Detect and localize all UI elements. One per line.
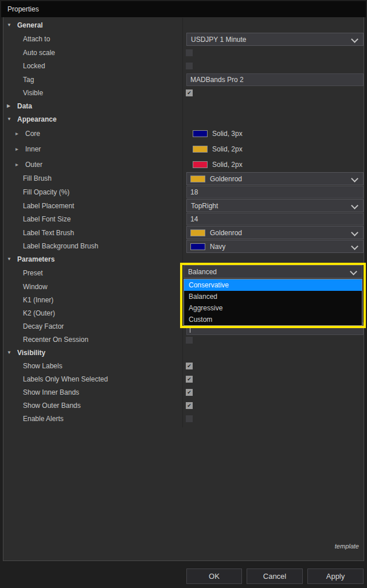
- outer-stroke-row[interactable]: Solid, 2px: [186, 160, 243, 169]
- section-label: Visibility: [17, 349, 45, 357]
- section-header-appearance[interactable]: ▼ Appearance: [3, 115, 181, 124]
- section-header-visibility[interactable]: ▼ Visibility: [3, 348, 181, 357]
- visible-checkbox[interactable]: ✔: [186, 89, 193, 96]
- label-placement-combobox[interactable]: TopRight: [186, 199, 364, 212]
- chevron-down-icon: [351, 175, 358, 182]
- property-label-k1-inner: K1 (Inner): [3, 295, 181, 305]
- collapse-arrow-icon[interactable]: ▼: [7, 348, 11, 357]
- property-label-enable-alerts: Enable Alerts: [3, 414, 181, 423]
- collapse-arrow-icon[interactable]: ▼: [7, 21, 11, 30]
- checkmark-icon: ✔: [186, 389, 193, 396]
- label-font-size-input[interactable]: [186, 213, 364, 225]
- section-header-parameters[interactable]: ▼ Parameters: [3, 255, 181, 264]
- show-outer-bands-checkbox[interactable]: ✔: [186, 402, 193, 409]
- recenter-on-session-checkbox[interactable]: [186, 337, 193, 344]
- core-stroke-row[interactable]: Solid, 3px: [186, 129, 243, 138]
- property-label-recenter-on-session: Recenter On Session: [3, 335, 181, 344]
- inner-stroke-row[interactable]: Solid, 2px: [186, 145, 243, 154]
- fill-brush-value: Goldenrod: [210, 175, 242, 183]
- property-label-label-background-brush: Label Background Brush: [3, 242, 181, 251]
- property-label-tag: Tag: [3, 75, 181, 84]
- property-label-auto-scale: Auto scale: [3, 48, 181, 57]
- property-label-label-font-size: Label Font Size: [3, 215, 181, 224]
- apply-button[interactable]: Apply: [307, 568, 364, 584]
- property-label-k2-outer: K2 (Outer): [3, 309, 181, 318]
- label-background-brush-value: Navy: [210, 243, 225, 251]
- section-label: Parameters: [17, 255, 54, 263]
- checkmark-icon: ✔: [186, 402, 193, 409]
- expand-arrow-icon[interactable]: ▶: [7, 102, 10, 111]
- label-text-brush-color-swatch: [190, 229, 205, 236]
- property-label-attach-to: Attach to: [3, 34, 181, 44]
- section-header-general[interactable]: ▼ General: [3, 21, 181, 30]
- preset-option-conservative[interactable]: Conservative: [184, 279, 362, 291]
- property-label-visible: Visible: [3, 88, 181, 98]
- expand-arrow-icon[interactable]: ▸: [15, 129, 18, 138]
- property-label-show-outer-bands: Show Outer Bands: [3, 401, 181, 410]
- preset-dropdown-list: Conservative Balanced Aggressive Custom: [184, 279, 362, 326]
- checkmark-icon: [186, 415, 193, 422]
- outer-stroke-style: Solid, 2px: [212, 161, 243, 169]
- property-label-fill-brush: Fill Brush: [3, 174, 181, 183]
- preset-combobox[interactable]: Balanced: [184, 265, 362, 278]
- attach-to-value: USDJPY 1 Minute: [191, 36, 247, 44]
- attach-to-combobox[interactable]: USDJPY 1 Minute: [186, 33, 364, 46]
- preset-option-balanced[interactable]: Balanced: [184, 291, 362, 302]
- property-label-fill-opacity: Fill Opacity (%): [3, 188, 181, 197]
- label-text-brush-value: Goldenrod: [210, 229, 242, 237]
- window-title-bar: Properties: [1, 1, 366, 17]
- collapse-arrow-icon[interactable]: ▼: [7, 255, 11, 264]
- section-header-data[interactable]: ▶ Data: [3, 102, 181, 111]
- collapse-arrow-icon[interactable]: ▼: [7, 115, 11, 124]
- checkmark-icon: [186, 49, 193, 56]
- property-label-show-labels: Show Labels: [3, 361, 181, 371]
- chevron-down-icon: [351, 229, 358, 236]
- show-labels-checkbox[interactable]: ✔: [186, 363, 193, 369]
- label-placement-value: TopRight: [191, 202, 218, 210]
- property-label-label-placement: Label Placement: [3, 201, 181, 211]
- core-stroke-style: Solid, 3px: [212, 130, 243, 138]
- chevron-down-icon: [351, 36, 358, 43]
- property-label-core[interactable]: ▸ Core: [3, 129, 181, 138]
- expand-arrow-icon[interactable]: ▸: [15, 160, 18, 169]
- property-label-locked: Locked: [3, 61, 181, 71]
- labels-only-when-selected-checkbox[interactable]: ✔: [186, 376, 193, 383]
- tag-input[interactable]: [186, 73, 364, 86]
- template-note: template: [335, 543, 359, 550]
- expand-arrow-icon[interactable]: ▸: [15, 145, 18, 154]
- property-label-labels-only-when-selected: Labels Only When Selected: [3, 375, 181, 384]
- checkmark-icon: [186, 337, 193, 344]
- label-text-brush-combobox[interactable]: Goldenrod: [186, 226, 364, 239]
- chevron-down-icon: [351, 243, 358, 250]
- label-background-brush-color-swatch: [190, 243, 205, 250]
- chevron-down-icon: [350, 268, 357, 275]
- checkmark-icon: [186, 63, 193, 69]
- fill-brush-combobox[interactable]: Goldenrod: [186, 172, 364, 185]
- preset-option-aggressive[interactable]: Aggressive: [184, 302, 362, 314]
- window-title: Properties: [7, 5, 39, 13]
- property-label-decay-factor: Decay Factor: [3, 322, 181, 331]
- property-label-preset: Preset: [3, 268, 181, 278]
- inner-stroke-style: Solid, 2px: [212, 145, 243, 153]
- property-label-inner[interactable]: ▸ Inner: [3, 145, 181, 154]
- property-label-label-text-brush: Label Text Brush: [3, 228, 181, 237]
- enable-alerts-checkbox[interactable]: [186, 415, 193, 422]
- checkmark-icon: ✔: [186, 376, 193, 383]
- locked-checkbox[interactable]: [186, 63, 193, 69]
- auto-scale-checkbox[interactable]: [186, 49, 193, 56]
- fill-opacity-input[interactable]: [186, 186, 364, 198]
- column-divider: [182, 18, 183, 427]
- property-label-outer[interactable]: ▸ Outer: [3, 160, 181, 169]
- property-label-window: Window: [3, 282, 181, 291]
- outer-color-swatch: [193, 161, 208, 168]
- cancel-button[interactable]: Cancel: [247, 568, 303, 584]
- section-label: Data: [17, 102, 32, 110]
- chevron-down-icon: [351, 202, 358, 209]
- preset-option-custom[interactable]: Custom: [184, 314, 362, 325]
- label-background-brush-combobox[interactable]: Navy: [186, 240, 364, 253]
- ok-button[interactable]: OK: [186, 568, 242, 584]
- show-inner-bands-checkbox[interactable]: ✔: [186, 389, 193, 396]
- property-label-show-inner-bands: Show Inner Bands: [3, 388, 181, 397]
- core-color-swatch: [193, 130, 208, 137]
- inner-color-swatch: [193, 146, 208, 153]
